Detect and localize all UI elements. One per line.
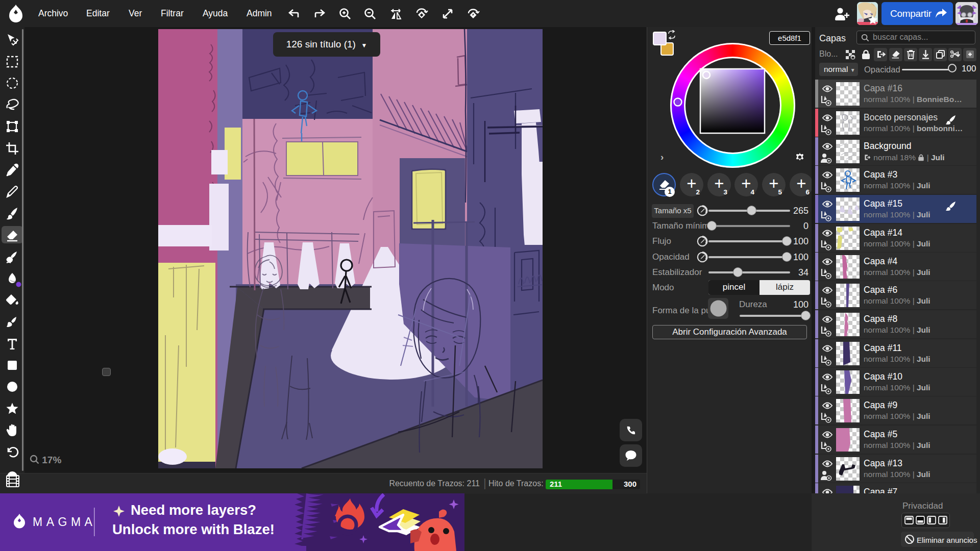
svg-text:MAGMA: MAGMA [33,515,96,529]
svg-text:Unlock more with Blaze!: Unlock more with Blaze! [112,521,275,537]
svg-text:Need more layers?: Need more layers? [131,502,256,518]
